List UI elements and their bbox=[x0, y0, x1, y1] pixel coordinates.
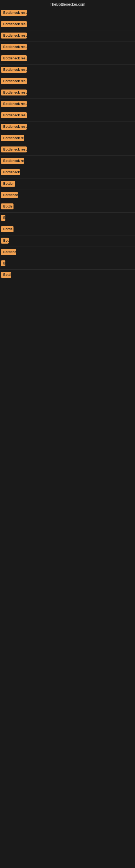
badge-container: Bottleneck result bbox=[1, 33, 27, 40]
badge-container: Bottleneck result bbox=[1, 21, 27, 28]
result-row: Bottleneck result bbox=[0, 122, 135, 133]
bottleneck-result-badge[interactable]: Bottlen bbox=[1, 181, 15, 187]
bottleneck-result-badge[interactable]: Bottleneck result bbox=[1, 112, 27, 118]
site-header: TheBottlenecker.com bbox=[0, 0, 135, 8]
result-row: Bottlene bbox=[0, 247, 135, 258]
badge-container: Bottleneck resu bbox=[1, 158, 24, 165]
result-row: Bottleneck result bbox=[0, 19, 135, 30]
bottleneck-result-badge[interactable]: Bottlene bbox=[1, 249, 16, 255]
badge-container: Bottleneck result bbox=[1, 112, 27, 119]
bottleneck-result-badge[interactable]: Bottleneck r bbox=[1, 169, 20, 175]
bottleneck-result-badge[interactable]: Bottleneck result bbox=[1, 55, 27, 61]
bottleneck-result-badge[interactable]: Bottle bbox=[1, 226, 13, 232]
result-row: Bottleneck result bbox=[0, 76, 135, 87]
badge-container: Bot bbox=[1, 238, 9, 245]
badge-container: Bottlen bbox=[1, 181, 15, 188]
result-row: Bottleneck resu bbox=[0, 156, 135, 167]
bottleneck-result-badge[interactable]: Bottleneck resu bbox=[1, 158, 24, 164]
result-row: Bottleneck bbox=[0, 190, 135, 201]
badge-container: Bottleneck result bbox=[1, 90, 27, 97]
result-row: Bottleneck resu bbox=[0, 133, 135, 144]
bottleneck-result-badge[interactable]: Bottl bbox=[1, 272, 11, 278]
result-row: Bottleneck result bbox=[0, 42, 135, 53]
badge-container: Bottleneck r bbox=[1, 169, 20, 176]
result-row: Bottleneck r bbox=[0, 167, 135, 179]
bottleneck-result-badge[interactable]: Bottleneck resu bbox=[1, 135, 24, 141]
result-row: Bottle bbox=[0, 201, 135, 213]
badge-container: Bottleneck result bbox=[1, 147, 27, 154]
bottleneck-result-badge[interactable]: Bottleneck result bbox=[1, 33, 27, 38]
bottleneck-result-badge[interactable]: Bottleneck result bbox=[1, 67, 27, 73]
bottleneck-result-badge[interactable]: Bottleneck result bbox=[1, 90, 27, 95]
badge-container: Bottleneck result bbox=[1, 44, 27, 51]
result-row: Bottle bbox=[0, 224, 135, 236]
bottleneck-result-badge[interactable]: B bbox=[1, 260, 5, 267]
badge-container: B bbox=[1, 215, 5, 222]
badge-container: B bbox=[1, 260, 5, 268]
badge-container: Bottleneck result bbox=[1, 124, 27, 131]
result-row: Bottleneck result bbox=[0, 8, 135, 19]
badge-container: Bottleneck result bbox=[1, 55, 27, 62]
badge-container: Bottleneck resu bbox=[1, 135, 24, 142]
bottleneck-result-badge[interactable]: Bot bbox=[1, 238, 9, 244]
result-row: Bottleneck result bbox=[0, 110, 135, 122]
bottleneck-result-badge[interactable]: Bottleneck result bbox=[1, 10, 27, 16]
result-row: Bottleneck result bbox=[0, 144, 135, 156]
badge-container: Bottleneck bbox=[1, 192, 18, 199]
badge-container: Bottlene bbox=[1, 249, 16, 256]
site-title: TheBottlenecker.com bbox=[0, 0, 135, 8]
bottleneck-result-badge[interactable]: Bottleneck result bbox=[1, 147, 27, 152]
result-row: B bbox=[0, 258, 135, 270]
bottleneck-result-badge[interactable]: Bottleneck result bbox=[1, 44, 27, 50]
result-row: Bottlen bbox=[0, 179, 135, 190]
bottleneck-result-badge[interactable]: Bottle bbox=[1, 204, 13, 209]
badge-container: Bottleneck result bbox=[1, 10, 27, 17]
badge-container: Bottleneck result bbox=[1, 67, 27, 74]
result-row: B bbox=[0, 213, 135, 224]
bottleneck-result-badge[interactable]: Bottleneck result bbox=[1, 21, 27, 27]
badge-container: Bottle bbox=[1, 204, 13, 211]
result-row: Bottleneck result bbox=[0, 99, 135, 110]
result-row: Bot bbox=[0, 236, 135, 247]
bottleneck-result-badge[interactable]: Bottleneck bbox=[1, 192, 18, 198]
bottleneck-result-badge[interactable]: Bottleneck result bbox=[1, 124, 27, 130]
results-list: Bottleneck resultBottleneck resultBottle… bbox=[0, 8, 135, 281]
badge-container: Bottl bbox=[1, 272, 11, 279]
badge-container: Bottleneck result bbox=[1, 78, 27, 85]
result-row: Bottleneck result bbox=[0, 53, 135, 65]
bottleneck-result-badge[interactable]: B bbox=[1, 215, 5, 221]
bottleneck-result-badge[interactable]: Bottleneck result bbox=[1, 101, 27, 107]
result-row: Bottleneck result bbox=[0, 30, 135, 42]
result-row: Bottleneck result bbox=[0, 87, 135, 99]
bottleneck-result-badge[interactable]: Bottleneck result bbox=[1, 78, 27, 84]
badge-container: Bottleneck result bbox=[1, 101, 27, 108]
result-row: Bottl bbox=[0, 270, 135, 281]
result-row: Bottleneck result bbox=[0, 65, 135, 76]
badge-container: Bottle bbox=[1, 226, 13, 233]
